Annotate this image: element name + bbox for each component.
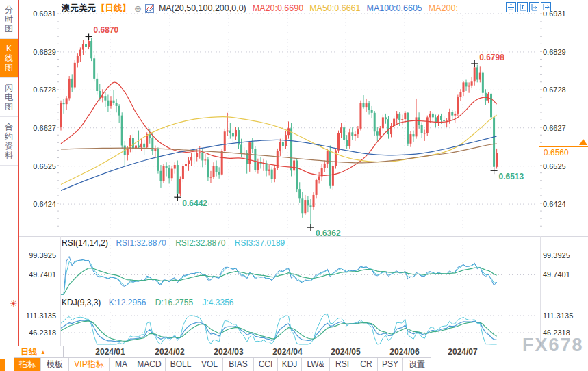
scale-x-axis-icon[interactable] (529, 2, 539, 12)
symbol-name: 澳元美元 (62, 3, 96, 14)
ma-line-ma20 (61, 82, 497, 175)
x-axis-month-label: 2024/06 (384, 347, 425, 357)
ma-chart-icon (145, 4, 154, 13)
toolbar-item-cr[interactable]: CR (355, 358, 378, 371)
indicator-toolbar: 指标模板VIP指标MAMACDBOLLVOLBIASCCIKDJLW&RSICR… (14, 357, 431, 371)
pan-right-icon[interactable] (541, 2, 551, 12)
rsi-title[interactable]: RSI(14,14,2) (62, 238, 108, 248)
price-axis-label: 0.6424 (19, 199, 56, 209)
toolbar-item-template[interactable]: 模板 (41, 358, 69, 371)
ma200-value: MA200: (429, 3, 458, 13)
price-axis-label: 0.6829 (19, 47, 56, 57)
kdj-axis-label: 46.2318 (543, 328, 584, 337)
sidebar-tab-lightning[interactable]: 闪电图 (0, 78, 18, 117)
sidebar-tab-timeline[interactable]: 分时图 (0, 0, 18, 39)
ma-settings-label[interactable]: MA(20,50,100,200,0,0) (159, 3, 246, 13)
add-compare-icon[interactable]: ⊕ (134, 3, 142, 14)
price-annotation-low: 0.6513 (499, 172, 524, 181)
hot-indicator-icon[interactable]: ☀ (10, 298, 18, 309)
chart-header: 澳元美元【日线】 ⊕ MA(20,50,100,200,0,0) MA20:0.… (62, 2, 458, 14)
price-axis-label: 0.6931 (19, 9, 56, 18)
ma-line-ma100 (61, 136, 497, 191)
price-annotation-low: 0.6362 (316, 229, 341, 238)
x-axis-month-label: 2024/03 (208, 347, 249, 357)
toolbar-item-vip-indicator[interactable]: VIP指标 (69, 358, 110, 371)
price-annotation-low: 0.6442 (182, 199, 207, 208)
price-alert-arrow-icon (579, 139, 587, 145)
sidebar-tab-kline[interactable]: K线图 (0, 39, 18, 78)
price-axis-label: 0.6525 (543, 162, 584, 171)
toolbar-item-boll[interactable]: BOLL (166, 358, 196, 371)
kdj-axis-label: 46.2318 (19, 328, 56, 337)
x-axis-month-label: 2024/01 (90, 347, 131, 357)
price-axis-label: 0.6627 (543, 123, 584, 133)
rsi-axis-label: 99.3925 (543, 251, 584, 260)
toolbar-item-settings[interactable]: 设置 (403, 358, 431, 371)
panel-edge (60, 236, 61, 346)
current-price-badge: 0.6560 (539, 146, 588, 159)
panel-separator (0, 236, 588, 237)
rsi-axis-label: 49.7401 (19, 270, 56, 279)
price-axis-label: 0.6728 (19, 85, 56, 94)
ma-line-ma50 (61, 115, 497, 184)
sidebar-accent-border (18, 0, 19, 346)
kdj-axis-label: 111.3135 (19, 311, 56, 320)
price-axis-label: 0.6728 (543, 85, 584, 94)
kdj-j-value: J:4.3356 (203, 298, 234, 307)
toolbar-item-vol[interactable]: VOL (196, 358, 223, 371)
period-selector[interactable]: 日线 ▲ (14, 346, 64, 357)
crosshair-icon[interactable] (506, 2, 516, 12)
x-axis-month-label: 2024/05 (325, 347, 366, 357)
toolbar-item-cci[interactable]: CCI (254, 358, 278, 371)
kdj-panel-header: KDJ(9,3,3) K:12.2956 D:16.2755 J:4.3356 (62, 298, 234, 307)
toolbar-item-bias[interactable]: BIAS (223, 358, 254, 371)
kdj-k-value: K:12.2956 (109, 298, 146, 307)
kdj-axis-label: 111.3135 (543, 311, 584, 320)
rsi-axis-label: 49.7401 (543, 270, 584, 279)
x-axis-month-label: 2024/07 (442, 347, 483, 357)
chart-tools (506, 2, 551, 12)
ma100-value: MA100:0.6605 (367, 3, 422, 13)
toolbar-item-indicator[interactable]: 指标 (14, 358, 41, 371)
x-axis-month-label: 2024/04 (267, 347, 308, 357)
toolbar-item-kdj[interactable]: KDJ (278, 358, 302, 371)
toolbar-item-psy[interactable]: PSY (378, 358, 403, 371)
rsi3-value: RSI3:37.0189 (235, 238, 285, 248)
toolbar-item-macd[interactable]: MACD (133, 358, 166, 371)
sidebar-tab-contract-info[interactable]: 合约资料 (0, 117, 18, 166)
rsi1-value: RSI1:32.8870 (116, 238, 166, 248)
kdj-d-value: D:16.2755 (155, 298, 193, 307)
price-axis-label: 0.6424 (543, 199, 584, 209)
price-axis-label: 0.6525 (19, 162, 56, 171)
price-axis-label: 0.6829 (543, 47, 584, 57)
chart-type-sidebar: 分时图K线图闪电图合约资料 (0, 0, 18, 346)
period-tag: 【日线】 (97, 3, 131, 14)
kdj-title[interactable]: KDJ(9,3,3) (62, 298, 101, 307)
rsi2-value: RSI2:32.8870 (175, 238, 225, 248)
rsi-panel-header: RSI(14,14,2) RSI1:32.8870 RSI2:32.8870 R… (62, 238, 285, 248)
x-axis-month-label: 2024/02 (149, 347, 190, 357)
toolbar-item-rsi[interactable]: RSI (330, 358, 355, 371)
ma50-value: MA50:0.6661 (309, 3, 360, 13)
panel-edge (540, 236, 541, 346)
panel-separator (0, 296, 588, 296)
chevron-up-icon: ▲ (40, 349, 46, 355)
toolbar-item-lw[interactable]: LW& (302, 358, 330, 371)
ma20-value: MA20:0.6690 (253, 3, 303, 13)
scale-y-axis-icon[interactable] (517, 2, 528, 12)
x-axis-strip: 日线 ▲ 2024/012024/022024/032024/042024/05… (0, 346, 588, 358)
toolbar-item-ma[interactable]: MA (110, 358, 133, 371)
corner-accent (0, 359, 5, 371)
period-selector-label: 日线 (21, 346, 37, 358)
rsi-axis-label: 99.3925 (19, 251, 56, 260)
price-axis-label: 0.6627 (19, 123, 56, 133)
price-annotation-high: 0.6798 (479, 53, 504, 62)
price-annotation-high: 0.6870 (94, 25, 119, 35)
